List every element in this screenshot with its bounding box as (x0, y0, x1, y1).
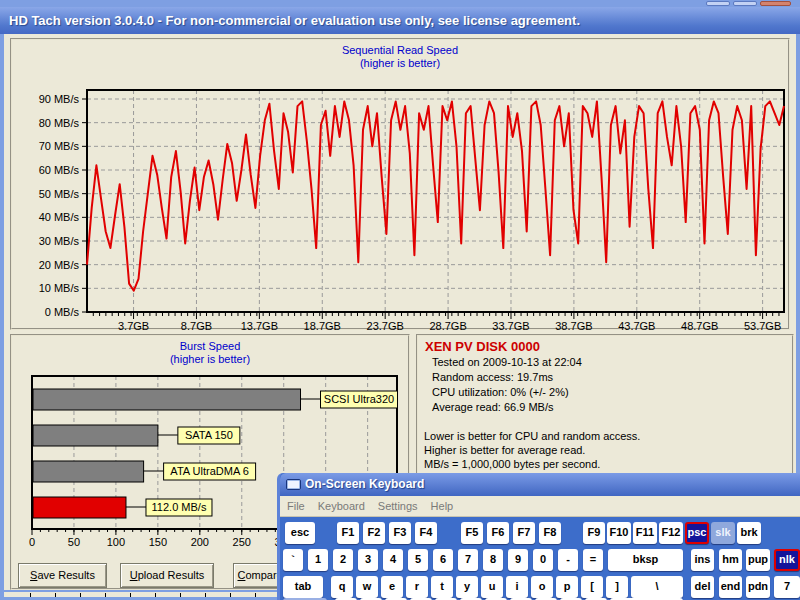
key-f9[interactable]: F9 (583, 522, 605, 544)
key-0[interactable]: 0 (533, 549, 553, 571)
osk-titlebar[interactable]: On-Screen Keyboard (280, 473, 800, 496)
svg-text:90 MB/s: 90 MB/s (39, 93, 80, 105)
key-r[interactable]: r (406, 576, 428, 598)
osk-key-area: escF1F2F3F4F5F6F7F8F9F10F11F12pscslkbrk`… (280, 517, 800, 600)
key-equals[interactable]: = (583, 549, 603, 571)
key-numpad7[interactable]: 7 (774, 576, 800, 598)
svg-text:100: 100 (107, 536, 125, 548)
svg-text:ATA UltraDMA 6: ATA UltraDMA 6 (170, 465, 248, 477)
key-5[interactable]: 5 (408, 549, 428, 571)
key-1[interactable]: 1 (308, 549, 328, 571)
desktop: HD Tach version 3.0.4.0 - For non-commer… (0, 0, 800, 600)
maximize-button[interactable] (733, 1, 757, 6)
key-i[interactable]: i (506, 576, 528, 598)
svg-text:13.7GB: 13.7GB (241, 320, 278, 332)
key-backtick[interactable]: ` (283, 549, 303, 571)
osk-menu-keyboard[interactable]: Keyboard (318, 500, 365, 512)
key-p[interactable]: p (556, 576, 578, 598)
key-f12[interactable]: F12 (659, 522, 683, 544)
key-rbracket[interactable]: ] (606, 576, 628, 598)
burst-chart-title: Burst Speed (12, 340, 408, 353)
key-f2[interactable]: F2 (363, 522, 385, 544)
svg-text:0 MB/s: 0 MB/s (45, 306, 80, 318)
osk-menu-file[interactable]: File (287, 500, 305, 512)
svg-text:8.7GB: 8.7GB (181, 320, 212, 332)
key-backslash[interactable]: \ (631, 576, 683, 598)
key-nlk[interactable]: nlk (774, 549, 800, 571)
key-f10[interactable]: F10 (607, 522, 631, 544)
key-tab[interactable]: tab (283, 576, 323, 598)
svg-text:33.7GB: 33.7GB (492, 320, 529, 332)
key-esc[interactable]: esc (285, 522, 315, 544)
key-o[interactable]: o (531, 576, 553, 598)
cpu-utilization-line: CPU utilization: 0% (+/- 2%) (422, 385, 788, 400)
svg-text:3.7GB: 3.7GB (118, 320, 149, 332)
key-2[interactable]: 2 (333, 549, 353, 571)
key-3[interactable]: 3 (358, 549, 378, 571)
average-read-line: Average read: 66.9 MB/s (422, 400, 788, 415)
key-f11[interactable]: F11 (633, 522, 657, 544)
sequential-read-panel: Sequential Read Speed (higher is better)… (10, 38, 790, 330)
key-lbracket[interactable]: [ (581, 576, 603, 598)
svg-text:80 MB/s: 80 MB/s (39, 117, 80, 129)
key-w[interactable]: w (356, 576, 378, 598)
save-results-button[interactable]: Save Results (18, 563, 107, 588)
key-pdn[interactable]: pdn (746, 576, 770, 598)
key-7[interactable]: 7 (458, 549, 478, 571)
svg-text:53.7GB: 53.7GB (744, 320, 781, 332)
svg-text:60 MB/s: 60 MB/s (39, 164, 80, 176)
key-slk[interactable]: slk (711, 522, 735, 544)
key-minus[interactable]: - (558, 549, 578, 571)
hdtach-titlebar[interactable]: HD Tach version 3.0.4.0 - For non-commer… (0, 7, 800, 34)
sequential-read-chart: 0 MB/s10 MB/s20 MB/s30 MB/s40 MB/s50 MB/… (32, 90, 784, 335)
key-f3[interactable]: F3 (389, 522, 411, 544)
note-lower: Lower is better for CPU and random acces… (422, 429, 788, 443)
osk-menu-settings[interactable]: Settings (378, 500, 418, 512)
hdtach-window-top-edge (0, 0, 800, 7)
key-9[interactable]: 9 (508, 549, 528, 571)
key-f6[interactable]: F6 (487, 522, 509, 544)
keyboard-icon (286, 479, 301, 490)
key-hm[interactable]: hm (719, 549, 742, 571)
key-end[interactable]: end (719, 576, 742, 598)
key-4[interactable]: 4 (383, 549, 403, 571)
key-u[interactable]: u (481, 576, 503, 598)
key-f8[interactable]: F8 (539, 522, 561, 544)
key-q[interactable]: q (331, 576, 353, 598)
close-button[interactable] (760, 1, 791, 6)
key-y[interactable]: y (456, 576, 478, 598)
key-f5[interactable]: F5 (461, 522, 483, 544)
osk-window: On-Screen Keyboard File Keyboard Setting… (277, 473, 800, 600)
svg-text:50 MB/s: 50 MB/s (39, 188, 80, 200)
key-psc[interactable]: psc (685, 522, 709, 544)
upload-results-button[interactable]: Upload Results (120, 563, 214, 588)
svg-text:40 MB/s: 40 MB/s (39, 211, 80, 223)
svg-text:SATA 150: SATA 150 (185, 429, 233, 441)
key-pup[interactable]: pup (746, 549, 770, 571)
key-6[interactable]: 6 (433, 549, 453, 571)
key-8[interactable]: 8 (483, 549, 503, 571)
key-ins[interactable]: ins (691, 549, 714, 571)
minimize-button[interactable] (706, 1, 730, 6)
svg-text:0: 0 (29, 536, 35, 548)
svg-text:23.7GB: 23.7GB (367, 320, 404, 332)
svg-text:70 MB/s: 70 MB/s (39, 140, 80, 152)
key-f1[interactable]: F1 (337, 522, 359, 544)
key-t[interactable]: t (431, 576, 453, 598)
osk-menu-help[interactable]: Help (431, 500, 454, 512)
key-del[interactable]: del (691, 576, 714, 598)
key-f4[interactable]: F4 (415, 522, 437, 544)
svg-text:150: 150 (149, 536, 167, 548)
key-brk[interactable]: brk (737, 522, 761, 544)
svg-text:18.7GB: 18.7GB (304, 320, 341, 332)
key-bksp[interactable]: bksp (608, 549, 683, 571)
seq-chart-subtitle: (higher is better) (12, 57, 788, 70)
key-f7[interactable]: F7 (513, 522, 535, 544)
note-mbs: MB/s = 1,000,000 bytes per second. (422, 457, 788, 471)
drive-name: XEN PV DISK 0000 (422, 339, 788, 355)
burst-chart-subtitle: (higher is better) (12, 353, 408, 366)
svg-text:112.0 MB/s: 112.0 MB/s (152, 501, 207, 513)
note-higher: Higher is better for average read. (422, 443, 788, 457)
osk-menubar: File Keyboard Settings Help (280, 496, 800, 517)
key-e[interactable]: e (381, 576, 403, 598)
